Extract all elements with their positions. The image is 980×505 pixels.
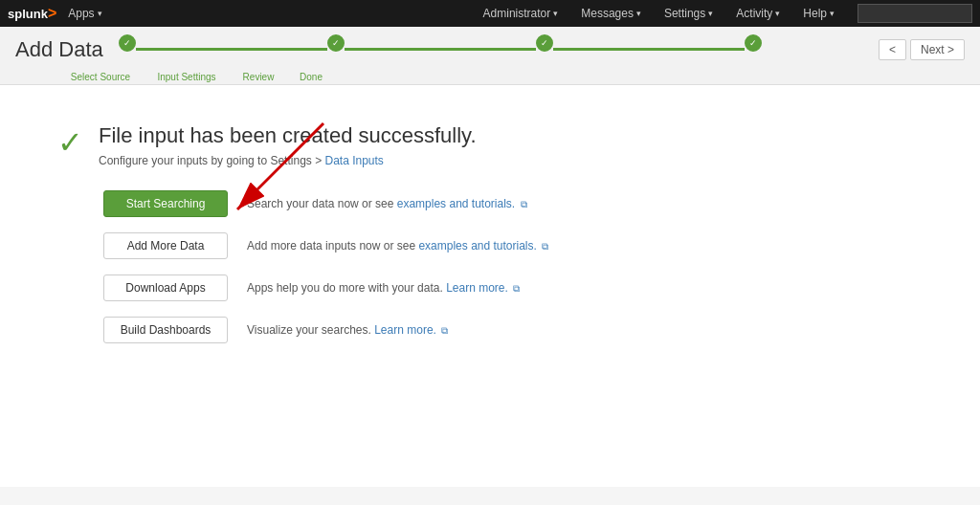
start-searching-button[interactable]: Start Searching	[103, 190, 228, 217]
logo-text: splunk	[8, 7, 48, 21]
page-title: Add Data	[15, 37, 103, 62]
messages-chevron-icon: ▾	[636, 9, 641, 18]
activity-menu[interactable]: Activity ▾	[736, 7, 780, 20]
wizard-steps: ✓ . ✓ . ✓ . ✓ .	[119, 34, 980, 64]
step-circle-2: ✓	[327, 34, 345, 52]
wizard-line-1	[136, 48, 327, 51]
topnav-right: Administrator ▾ Messages ▾ Settings ▾ Ac…	[483, 4, 972, 23]
download-apps-button[interactable]: Download Apps	[103, 274, 228, 301]
action-row-download-apps: Download Apps Apps help you do more with…	[103, 274, 923, 301]
success-text: File input has been created successfully…	[99, 123, 477, 167]
wizard-line-2	[345, 48, 536, 51]
wizard-line-3	[553, 48, 745, 51]
download-apps-desc: Apps help you do more with your data. Le…	[247, 281, 520, 295]
action-row-add-more-data: Add More Data Add more data inputs now o…	[103, 232, 923, 259]
action-row-build-dashboards: Build Dashboards Visualize your searches…	[103, 317, 923, 343]
external-link-icon-3: ⧉	[513, 283, 520, 295]
wizard-step-select-source: ✓ .	[119, 34, 136, 64]
help-menu[interactable]: Help ▾	[803, 7, 835, 20]
messages-menu[interactable]: Messages ▾	[581, 7, 641, 20]
subheader: Add Data ✓ . ✓ . ✓ . ✓ .	[0, 27, 980, 85]
splunk-logo[interactable]: splunk>	[8, 5, 56, 22]
step-circle-1: ✓	[119, 34, 136, 52]
success-section: ✓ File input has been created successful…	[57, 123, 923, 167]
top-nav: splunk> Apps ▾ Administrator ▾ Messages …	[0, 0, 980, 27]
step-label-select-source: Select Source	[57, 72, 144, 82]
help-chevron-icon: ▾	[830, 9, 835, 18]
apps-menu[interactable]: Apps ▾	[68, 7, 101, 20]
add-more-data-link[interactable]: examples and tutorials. ⧉	[418, 239, 548, 252]
add-more-data-desc: Add more data inputs now or see examples…	[247, 239, 548, 252]
settings-chevron-icon: ▾	[708, 9, 713, 18]
main-content: ✓ File input has been created successful…	[0, 85, 980, 487]
add-more-data-button[interactable]: Add More Data	[103, 232, 228, 259]
configure-text: Configure your inputs by going to Settin…	[99, 154, 477, 167]
step-circle-3: ✓	[536, 34, 553, 52]
data-inputs-link[interactable]: Data Inputs	[325, 154, 384, 167]
start-searching-link[interactable]: examples and tutorials. ⧉	[397, 197, 527, 210]
actions-table: Start Searching Search your data now or …	[103, 190, 923, 343]
activity-chevron-icon: ▾	[775, 9, 780, 18]
external-link-icon-4: ⧉	[441, 325, 448, 337]
settings-menu[interactable]: Settings ▾	[664, 7, 713, 20]
build-dashboards-link[interactable]: Learn more. ⧉	[374, 323, 448, 337]
start-searching-desc: Search your data now or see examples and…	[247, 197, 527, 210]
wizard-step-done: ✓ .	[745, 34, 762, 64]
build-dashboards-button[interactable]: Build Dashboards	[103, 317, 228, 343]
search-input[interactable]	[858, 4, 972, 23]
action-row-start-searching: Start Searching Search your data now or …	[103, 190, 923, 217]
external-link-icon-1: ⧉	[521, 199, 527, 210]
nav-buttons: < Next >	[879, 39, 965, 60]
admin-chevron-icon: ▾	[553, 9, 558, 18]
step-label-input-settings: Input Settings	[144, 72, 230, 82]
administrator-menu[interactable]: Administrator ▾	[483, 7, 559, 20]
step-circle-4: ✓	[745, 34, 762, 52]
download-apps-link[interactable]: Learn more. ⧉	[446, 281, 520, 295]
step-label-review: Review	[230, 72, 287, 82]
wizard-step-input-settings: ✓ .	[327, 34, 345, 64]
success-title: File input has been created successfully…	[99, 123, 477, 148]
wizard-step-review: ✓ .	[536, 34, 553, 64]
step-label-done: Done	[287, 72, 335, 82]
apps-chevron-icon: ▾	[98, 9, 102, 18]
success-check-icon: ✓	[57, 127, 83, 158]
external-link-icon-2: ⧉	[542, 241, 548, 252]
next-button[interactable]: Next >	[910, 39, 965, 60]
build-dashboards-desc: Visualize your searches. Learn more. ⧉	[247, 323, 448, 337]
prev-button[interactable]: <	[879, 39, 906, 60]
subheader-top: Add Data ✓ . ✓ . ✓ . ✓ .	[15, 34, 965, 72]
